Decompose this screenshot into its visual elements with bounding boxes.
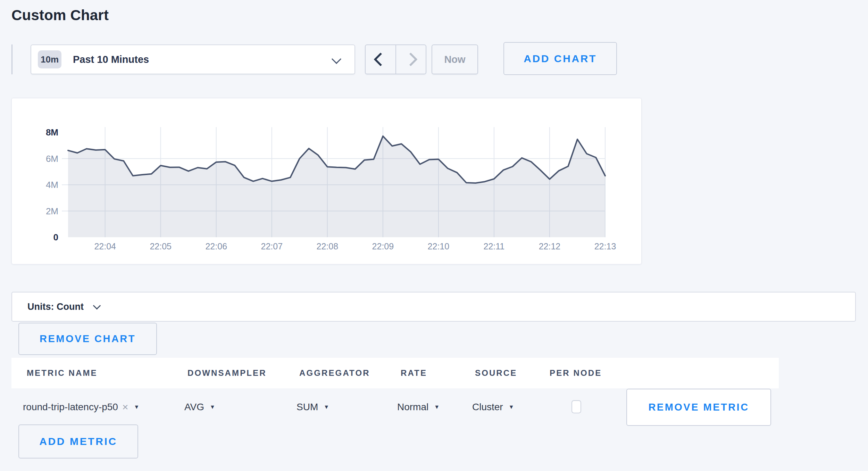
add-chart-button[interactable]: ADD CHART [503, 42, 617, 75]
per-node-checkbox[interactable] [571, 400, 581, 413]
aggregator-dropdown[interactable]: SUM ▼ [297, 390, 329, 423]
y-tick-label: 8M [46, 127, 58, 138]
page-title: Custom Chart [11, 7, 109, 24]
source-dropdown[interactable]: Cluster ▼ [472, 390, 514, 423]
prev-time-button[interactable] [366, 45, 395, 74]
rate-value: Normal [397, 402, 428, 413]
rate-dropdown[interactable]: Normal ▼ [397, 390, 440, 423]
remove-metric-button[interactable]: REMOVE METRIC [626, 389, 771, 426]
x-tick-label: 22:13 [594, 241, 616, 251]
timeseries-chart-card: 8M6M4M2M022:0422:0522:0622:0722:0822:092… [11, 98, 642, 264]
units-dropdown[interactable]: Units: Count [11, 292, 856, 322]
caret-down-icon: ▼ [210, 404, 215, 410]
chevron-right-icon [404, 52, 418, 66]
units-dropdown-label: Units: Count [27, 301, 84, 312]
chevron-down-icon [93, 302, 101, 310]
metrics-table-header: METRIC NAME DOWNSAMPLER AGGREGATOR RATE … [11, 358, 779, 388]
y-tick-label: 6M [46, 154, 58, 164]
toolbar-divider [11, 44, 12, 74]
x-tick-label: 22:11 [484, 241, 505, 251]
now-button[interactable]: Now [432, 44, 478, 74]
col-header-rate: RATE [401, 358, 427, 388]
x-tick-label: 22:06 [205, 241, 227, 251]
x-tick-label: 22:12 [539, 241, 561, 251]
x-tick-label: 22:04 [94, 241, 116, 251]
col-header-source: SOURCE [475, 358, 517, 388]
metric-name-value: round-trip-latency-p50 [23, 402, 118, 413]
time-range-badge: 10m [38, 50, 61, 68]
caret-down-icon: ▼ [434, 404, 440, 410]
col-header-per-node: PER NODE [550, 358, 602, 388]
next-time-button[interactable] [395, 45, 426, 74]
x-tick-label: 22:10 [428, 241, 450, 251]
col-header-aggregator: AGGREGATOR [299, 358, 370, 388]
y-tick-label: 4M [46, 180, 58, 190]
time-range-dropdown[interactable]: 10m Past 10 Minutes [31, 44, 355, 74]
x-tick-label: 22:07 [261, 241, 283, 251]
remove-metric-tag-icon[interactable]: × [122, 401, 128, 413]
downsampler-value: AVG [184, 402, 204, 413]
y-tick-label: 0 [53, 232, 58, 242]
remove-chart-button[interactable]: REMOVE CHART [18, 323, 157, 355]
x-tick-label: 22:08 [317, 241, 339, 251]
metric-name-dropdown[interactable]: round-trip-latency-p50 × ▼ [23, 390, 139, 423]
time-range-label: Past 10 Minutes [73, 45, 149, 74]
caret-down-icon: ▼ [134, 404, 139, 410]
time-shift-button-group [365, 44, 426, 74]
caret-down-icon: ▼ [324, 404, 329, 410]
aggregator-value: SUM [297, 402, 318, 413]
chevron-left-icon [374, 52, 387, 66]
col-header-downsampler: DOWNSAMPLER [187, 358, 267, 388]
series-area-fill [68, 136, 605, 237]
caret-down-icon: ▼ [509, 404, 514, 410]
col-header-metric-name: METRIC NAME [27, 358, 98, 388]
custom-chart-page: Custom Chart 10m Past 10 Minutes Now ADD… [0, 0, 868, 471]
source-value: Cluster [472, 402, 503, 413]
y-tick-label: 2M [46, 206, 58, 216]
x-tick-label: 22:05 [150, 241, 172, 251]
add-metric-button[interactable]: ADD METRIC [18, 424, 138, 458]
downsampler-dropdown[interactable]: AVG ▼ [184, 390, 215, 423]
timeseries-area-chart: 8M6M4M2M022:0422:0522:0622:0722:0822:092… [12, 98, 641, 264]
x-tick-label: 22:09 [372, 241, 394, 251]
chevron-down-icon [332, 54, 341, 64]
